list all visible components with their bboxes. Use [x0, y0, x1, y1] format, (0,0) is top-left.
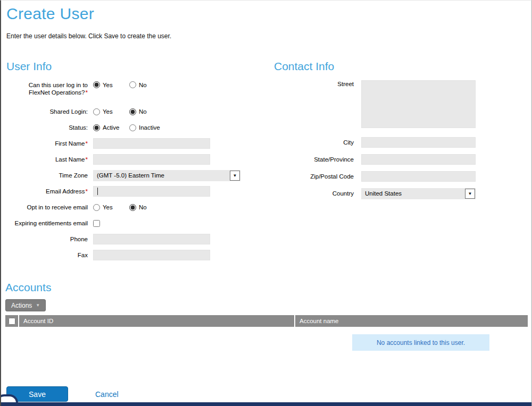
opt-in-no-radio[interactable] [129, 204, 136, 211]
login-no-radio[interactable] [129, 81, 136, 88]
login-yes-option[interactable]: Yes [93, 81, 129, 88]
status-active-option[interactable]: Active [93, 124, 129, 131]
status-inactive-option[interactable]: Inactive [129, 124, 165, 131]
expiring-email-checkbox[interactable] [93, 220, 100, 227]
city-field[interactable] [361, 137, 476, 148]
contact-info-section: Contact Info Street City State/Province … [274, 60, 497, 201]
zip-row: Zip/Postal Code [274, 168, 497, 184]
country-select[interactable]: United States ▼ [361, 188, 476, 199]
select-all-checkbox[interactable] [9, 318, 15, 325]
email-label: Email Address* [6, 188, 88, 195]
country-label: Country [274, 190, 354, 197]
column-header-account-name: Account name [294, 315, 528, 327]
select-all-cell [5, 315, 19, 327]
email-field[interactable] [93, 186, 210, 197]
create-user-page: Create User Enter the user details below… [0, 0, 532, 406]
zip-label: Zip/Postal Code [274, 173, 354, 180]
login-yes-radio[interactable] [93, 81, 100, 88]
required-asterisk: * [86, 156, 88, 163]
city-label: City [274, 139, 354, 146]
city-row: City [274, 134, 497, 150]
accounts-heading: Accounts [5, 281, 528, 294]
status-label: Status: [6, 124, 88, 131]
country-value: United States [365, 190, 402, 197]
street-row: Street [274, 80, 497, 134]
shared-login-row: Shared Login: Yes No [6, 104, 268, 120]
required-asterisk: * [86, 188, 88, 194]
phone-row: Phone [6, 231, 268, 247]
time-zone-value: (GMT -5.0) Eastern Time [97, 172, 164, 179]
last-name-field[interactable] [93, 154, 210, 165]
accounts-section: Accounts Actions ▼ Account ID Account na… [5, 281, 528, 327]
required-asterisk: * [86, 140, 88, 147]
country-row: Country United States ▼ [274, 185, 497, 201]
shared-no-radio[interactable] [129, 108, 136, 115]
zip-field[interactable] [361, 171, 476, 182]
page-subtitle: Enter the user details below. Click Save… [6, 32, 531, 40]
required-asterisk: * [86, 89, 88, 96]
phone-label: Phone [6, 235, 88, 243]
cancel-link[interactable]: Cancel [95, 390, 119, 399]
fax-field[interactable] [93, 250, 210, 260]
chevron-down-icon[interactable]: ▼ [465, 189, 475, 199]
opt-in-no-option[interactable]: No [129, 204, 165, 211]
first-name-row: First Name* [6, 136, 268, 151]
page-title: Create User [6, 5, 531, 23]
accounts-table-header: Account ID Account name [5, 315, 528, 327]
opt-in-row: Opt in to receive email Yes No [6, 199, 268, 215]
time-zone-label: Time Zone [6, 172, 88, 179]
no-accounts-message: No accounts linked to this user. [352, 334, 489, 351]
actions-button[interactable]: Actions ▼ [5, 299, 46, 311]
shared-no-option[interactable]: No [129, 108, 165, 115]
login-permission-label: Can this user log in to FlexNet Operatio… [6, 81, 88, 96]
opt-in-yes-radio[interactable] [93, 204, 100, 211]
login-no-option[interactable]: No [129, 81, 165, 88]
opt-in-yes-option[interactable]: Yes [93, 204, 129, 211]
state-row: State/Province [274, 151, 497, 167]
time-zone-select[interactable]: (GMT -5.0) Eastern Time ▼ [93, 170, 240, 181]
street-label: Street [274, 80, 354, 88]
shared-login-label: Shared Login: [6, 108, 88, 115]
expiring-email-row: Expiring entitlements email [6, 215, 268, 231]
shared-yes-radio[interactable] [93, 108, 100, 115]
time-zone-row: Time Zone (GMT -5.0) Eastern Time ▼ [6, 167, 268, 183]
fax-label: Fax [6, 251, 88, 259]
login-permission-row: Can this user log in to FlexNet Operatio… [6, 80, 268, 104]
column-header-account-id: Account ID [19, 315, 294, 327]
bottom-border-bar [1, 402, 531, 406]
state-label: State/Province [274, 156, 354, 163]
fax-row: Fax [6, 247, 268, 263]
status-active-radio[interactable] [93, 124, 100, 131]
shared-yes-option[interactable]: Yes [93, 108, 129, 115]
status-row: Status: Active Inactive [6, 120, 268, 136]
first-name-field[interactable] [93, 138, 210, 149]
text-caret [97, 188, 98, 195]
phone-field[interactable] [93, 234, 210, 244]
opt-in-label: Opt in to receive email [6, 204, 88, 211]
street-field[interactable] [361, 80, 476, 128]
user-info-heading: User Info [6, 60, 268, 73]
last-name-label: Last Name* [6, 156, 88, 163]
user-info-section: User Info Can this user log in to FlexNe… [6, 60, 268, 263]
chevron-down-icon[interactable]: ▼ [230, 171, 240, 181]
status-inactive-radio[interactable] [129, 124, 136, 131]
first-name-label: First Name* [6, 140, 88, 147]
email-row: Email Address* [6, 183, 268, 199]
chevron-down-icon: ▼ [36, 303, 40, 308]
contact-info-heading: Contact Info [274, 60, 497, 73]
expiring-email-label: Expiring entitlements email [6, 219, 88, 227]
last-name-row: Last Name* [6, 151, 268, 167]
state-field[interactable] [361, 154, 476, 165]
